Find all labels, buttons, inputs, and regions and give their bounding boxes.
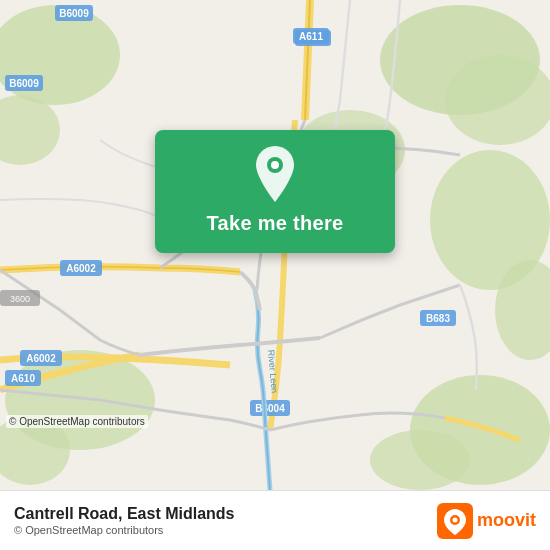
location-name: Cantrell Road, East Midlands	[14, 505, 234, 523]
osm-attribution: © OpenStreetMap contributors	[6, 415, 148, 428]
svg-point-2	[445, 55, 550, 145]
svg-text:B683: B683	[426, 313, 450, 324]
svg-point-8	[370, 430, 470, 490]
svg-text:A6002: A6002	[26, 353, 56, 364]
svg-text:B6009: B6009	[9, 78, 39, 89]
button-overlay: Take me there	[155, 130, 395, 253]
moovit-text: moovit	[477, 510, 536, 531]
svg-point-35	[271, 161, 279, 169]
svg-text:3600: 3600	[10, 294, 30, 304]
svg-text:B6009: B6009	[59, 8, 89, 19]
attribution-text: © OpenStreetMap contributors	[14, 524, 234, 536]
take-me-there-button[interactable]: Take me there	[155, 130, 395, 253]
svg-text:A6002: A6002	[66, 263, 96, 274]
svg-text:A610: A610	[11, 373, 35, 384]
svg-text:B6004: B6004	[255, 403, 285, 414]
map-container: A6002 A6002 A610 B6009 B6009 A611 B682 B…	[0, 0, 550, 490]
svg-text:A611: A611	[299, 31, 323, 42]
bottom-bar: Cantrell Road, East Midlands © OpenStree…	[0, 490, 550, 550]
location-pin-icon	[251, 146, 299, 202]
svg-point-38	[452, 517, 457, 522]
osm-attribution-text: © OpenStreetMap contributors	[9, 416, 145, 427]
moovit-icon	[437, 503, 473, 539]
moovit-logo[interactable]: moovit	[437, 503, 536, 539]
bottom-left: Cantrell Road, East Midlands © OpenStree…	[14, 505, 234, 536]
take-me-there-label: Take me there	[207, 212, 344, 235]
